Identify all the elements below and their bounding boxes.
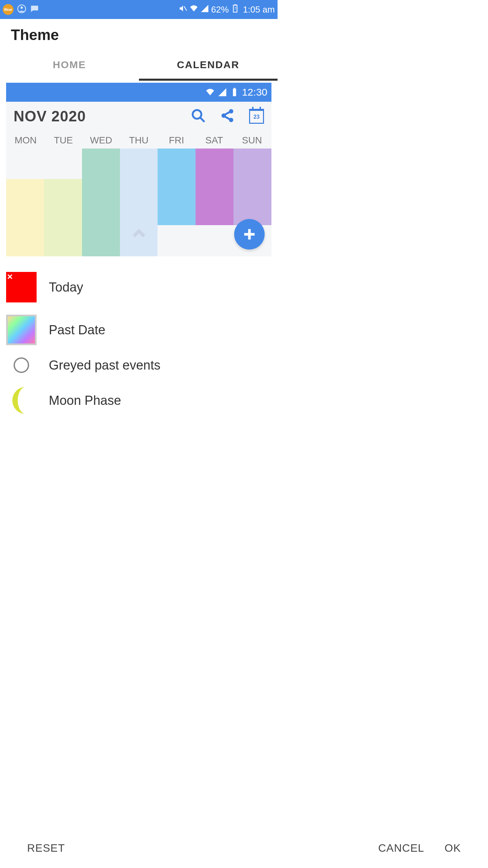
wifi-icon <box>205 87 215 97</box>
chat-icon <box>30 4 39 15</box>
tabs: HOME CALENDAR <box>0 51 278 81</box>
svg-rect-4 <box>234 4 237 5</box>
svg-rect-6 <box>233 89 236 96</box>
preview-time: 12:30 <box>242 86 267 98</box>
option-past-date[interactable]: Past Date <box>6 309 271 351</box>
option-label: Past Date <box>49 323 105 337</box>
dow-thu: THU <box>120 135 158 149</box>
dow-tue: TUE <box>44 135 82 149</box>
battery-percent: 62% <box>211 4 229 15</box>
status-time: 1:05 am <box>243 4 275 15</box>
preview-status-bar: 12:30 <box>6 83 271 102</box>
battery-icon: 7 <box>231 4 240 15</box>
chevron-up-icon[interactable] <box>131 226 147 243</box>
signal-icon <box>200 4 209 15</box>
event-block <box>82 149 120 256</box>
svg-point-8 <box>193 110 202 119</box>
page-title: Theme <box>0 19 278 51</box>
greyed-radio[interactable] <box>14 357 29 373</box>
avatar-icon <box>17 4 26 15</box>
share-icon[interactable] <box>220 108 235 124</box>
dow-wed: WED <box>82 135 120 149</box>
tab-calendar[interactable]: CALENDAR <box>139 51 278 81</box>
event-block <box>233 149 271 225</box>
svg-point-1 <box>21 6 23 9</box>
event-block <box>44 179 82 256</box>
battery-icon <box>230 87 239 97</box>
dow-sat: SAT <box>195 135 233 149</box>
svg-line-9 <box>200 118 205 122</box>
signal-icon <box>218 87 227 97</box>
svg-point-11 <box>230 110 232 113</box>
dow-row: MON TUE WED THU FRI SAT SUN <box>6 135 271 149</box>
dow-mon: MON <box>7 135 44 149</box>
tab-home[interactable]: HOME <box>0 51 139 81</box>
today-color-swatch[interactable]: ✕ <box>6 272 37 302</box>
svg-line-2 <box>184 6 187 11</box>
option-moon-phase[interactable]: Moon Phase <box>6 379 271 422</box>
dow-sun: SUN <box>233 135 271 149</box>
option-label: Greyed past events <box>49 358 161 373</box>
add-event-button[interactable] <box>234 219 265 250</box>
past-date-color-swatch[interactable] <box>6 315 37 345</box>
event-block <box>196 149 233 225</box>
svg-line-14 <box>224 116 230 119</box>
moon-icon <box>6 385 37 416</box>
option-label: Today <box>49 280 83 295</box>
search-icon[interactable] <box>191 108 206 124</box>
wifi-icon <box>189 4 198 15</box>
svg-text:7: 7 <box>234 6 236 11</box>
week-row <box>6 149 271 256</box>
dow-fri: FRI <box>158 135 195 149</box>
svg-line-13 <box>224 112 230 115</box>
option-label: Moon Phase <box>49 393 121 408</box>
mute-icon <box>179 4 187 15</box>
svg-rect-7 <box>234 88 236 88</box>
option-greyed-past-events[interactable]: Greyed past events <box>6 351 271 379</box>
event-block <box>158 149 196 225</box>
calendar-preview: 12:30 NOV 2020 23 MON TUE WED THU FRI SA… <box>6 83 271 256</box>
option-today[interactable]: ✕ Today <box>6 266 271 309</box>
system-status-bar: Wear 62% 7 1:05 am <box>0 0 278 19</box>
svg-point-12 <box>230 119 232 121</box>
wear-icon: Wear <box>3 4 14 15</box>
month-label: NOV 2020 <box>14 108 86 125</box>
today-icon[interactable]: 23 <box>249 109 264 124</box>
event-block <box>6 179 44 256</box>
